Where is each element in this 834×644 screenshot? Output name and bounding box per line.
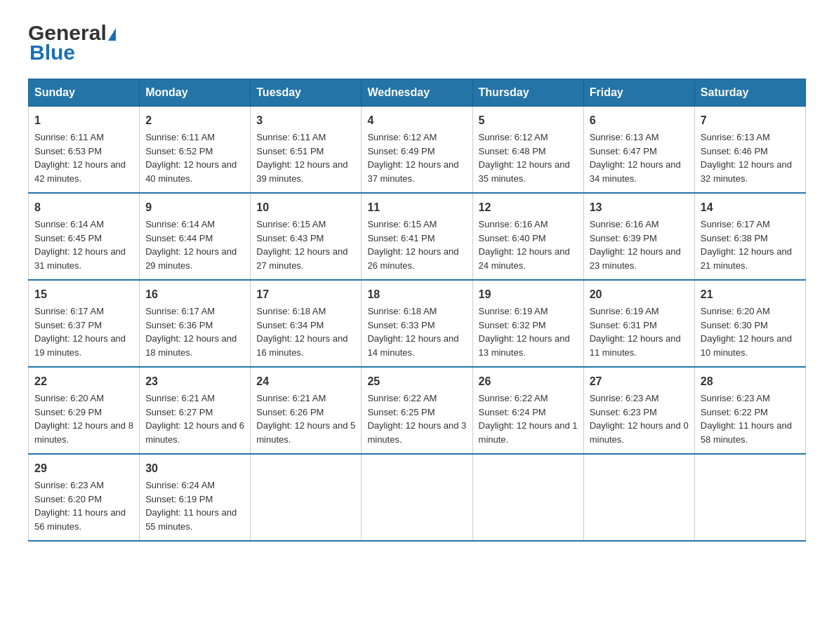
day-number: 19 (479, 286, 578, 303)
cell-info: Sunrise: 6:14 AMSunset: 6:44 PMDaylight:… (145, 219, 237, 271)
day-number: 27 (590, 373, 689, 390)
cell-info: Sunrise: 6:19 AMSunset: 6:31 PMDaylight:… (590, 306, 681, 358)
calendar-cell: 6Sunrise: 6:13 AMSunset: 6:47 PMDaylight… (583, 107, 694, 194)
day-number: 7 (701, 112, 800, 129)
cell-info: Sunrise: 6:24 AMSunset: 6:19 PMDaylight:… (145, 480, 237, 532)
calendar-cell: 25Sunrise: 6:22 AMSunset: 6:25 PMDayligh… (362, 367, 472, 454)
day-number: 6 (590, 112, 689, 129)
calendar-week-1: 1Sunrise: 6:11 AMSunset: 6:53 PMDaylight… (29, 107, 806, 194)
calendar-cell: 30Sunrise: 6:24 AMSunset: 6:19 PMDayligh… (140, 454, 251, 541)
header-thursday: Thursday (472, 79, 583, 107)
day-number: 22 (34, 373, 133, 390)
page-header: General Blue (28, 21, 806, 65)
calendar-cell: 16Sunrise: 6:17 AMSunset: 6:36 PMDayligh… (140, 280, 251, 367)
day-number: 12 (479, 199, 578, 216)
header-wednesday: Wednesday (362, 79, 472, 107)
day-number: 3 (256, 112, 355, 129)
cell-info: Sunrise: 6:21 AMSunset: 6:26 PMDaylight:… (256, 393, 355, 445)
calendar-cell (694, 454, 805, 541)
cell-info: Sunrise: 6:19 AMSunset: 6:32 PMDaylight:… (479, 306, 570, 358)
logo-blue-text: Blue (28, 41, 75, 65)
day-number: 2 (145, 112, 244, 129)
header-tuesday: Tuesday (251, 79, 362, 107)
cell-info: Sunrise: 6:13 AMSunset: 6:47 PMDaylight:… (590, 132, 681, 184)
calendar-cell: 8Sunrise: 6:14 AMSunset: 6:45 PMDaylight… (29, 193, 140, 280)
cell-info: Sunrise: 6:17 AMSunset: 6:36 PMDaylight:… (145, 306, 237, 358)
cell-info: Sunrise: 6:17 AMSunset: 6:38 PMDaylight:… (701, 219, 792, 271)
calendar-cell: 26Sunrise: 6:22 AMSunset: 6:24 PMDayligh… (472, 367, 583, 454)
day-number: 13 (590, 199, 689, 216)
calendar-cell: 4Sunrise: 6:12 AMSunset: 6:49 PMDaylight… (362, 107, 472, 194)
calendar-cell: 27Sunrise: 6:23 AMSunset: 6:23 PMDayligh… (583, 367, 694, 454)
day-number: 17 (256, 286, 355, 303)
calendar-week-3: 15Sunrise: 6:17 AMSunset: 6:37 PMDayligh… (29, 280, 806, 367)
calendar-cell: 7Sunrise: 6:13 AMSunset: 6:46 PMDaylight… (694, 107, 805, 194)
cell-info: Sunrise: 6:11 AMSunset: 6:53 PMDaylight:… (34, 132, 126, 184)
calendar-cell: 2Sunrise: 6:11 AMSunset: 6:52 PMDaylight… (140, 107, 251, 194)
calendar-table: SundayMondayTuesdayWednesdayThursdayFrid… (28, 79, 806, 542)
cell-info: Sunrise: 6:12 AMSunset: 6:48 PMDaylight:… (479, 132, 570, 184)
calendar-cell: 12Sunrise: 6:16 AMSunset: 6:40 PMDayligh… (472, 193, 583, 280)
calendar-cell (251, 454, 362, 541)
calendar-cell: 10Sunrise: 6:15 AMSunset: 6:43 PMDayligh… (251, 193, 362, 280)
cell-info: Sunrise: 6:23 AMSunset: 6:22 PMDaylight:… (701, 393, 792, 445)
calendar-cell: 14Sunrise: 6:17 AMSunset: 6:38 PMDayligh… (694, 193, 805, 280)
cell-info: Sunrise: 6:15 AMSunset: 6:41 PMDaylight:… (367, 219, 458, 271)
day-number: 8 (34, 199, 133, 216)
calendar-cell: 15Sunrise: 6:17 AMSunset: 6:37 PMDayligh… (29, 280, 140, 367)
cell-info: Sunrise: 6:16 AMSunset: 6:39 PMDaylight:… (590, 219, 681, 271)
calendar-cell: 21Sunrise: 6:20 AMSunset: 6:30 PMDayligh… (694, 280, 805, 367)
calendar-header-row: SundayMondayTuesdayWednesdayThursdayFrid… (29, 79, 806, 107)
day-number: 14 (701, 199, 800, 216)
day-number: 4 (367, 112, 466, 129)
calendar-cell: 29Sunrise: 6:23 AMSunset: 6:20 PMDayligh… (29, 454, 140, 541)
calendar-week-2: 8Sunrise: 6:14 AMSunset: 6:45 PMDaylight… (29, 193, 806, 280)
day-number: 10 (256, 199, 355, 216)
day-number: 9 (145, 199, 244, 216)
cell-info: Sunrise: 6:15 AMSunset: 6:43 PMDaylight:… (256, 219, 348, 271)
day-number: 20 (590, 286, 689, 303)
day-number: 18 (367, 286, 466, 303)
cell-info: Sunrise: 6:22 AMSunset: 6:24 PMDaylight:… (479, 393, 578, 445)
logo-triangle (108, 28, 116, 41)
calendar-cell: 19Sunrise: 6:19 AMSunset: 6:32 PMDayligh… (472, 280, 583, 367)
cell-info: Sunrise: 6:18 AMSunset: 6:33 PMDaylight:… (367, 306, 458, 358)
day-number: 25 (367, 373, 466, 390)
header-sunday: Sunday (29, 79, 140, 107)
cell-info: Sunrise: 6:11 AMSunset: 6:51 PMDaylight:… (256, 132, 348, 184)
calendar-cell (472, 454, 583, 541)
cell-info: Sunrise: 6:20 AMSunset: 6:30 PMDaylight:… (701, 306, 792, 358)
day-number: 16 (145, 286, 244, 303)
cell-info: Sunrise: 6:16 AMSunset: 6:40 PMDaylight:… (479, 219, 570, 271)
day-number: 26 (479, 373, 578, 390)
cell-info: Sunrise: 6:11 AMSunset: 6:52 PMDaylight:… (145, 132, 237, 184)
header-monday: Monday (140, 79, 251, 107)
calendar-week-5: 29Sunrise: 6:23 AMSunset: 6:20 PMDayligh… (29, 454, 806, 541)
calendar-cell: 24Sunrise: 6:21 AMSunset: 6:26 PMDayligh… (251, 367, 362, 454)
cell-info: Sunrise: 6:18 AMSunset: 6:34 PMDaylight:… (256, 306, 348, 358)
calendar-week-4: 22Sunrise: 6:20 AMSunset: 6:29 PMDayligh… (29, 367, 806, 454)
cell-info: Sunrise: 6:12 AMSunset: 6:49 PMDaylight:… (367, 132, 458, 184)
day-number: 24 (256, 373, 355, 390)
calendar-cell: 23Sunrise: 6:21 AMSunset: 6:27 PMDayligh… (140, 367, 251, 454)
calendar-cell: 1Sunrise: 6:11 AMSunset: 6:53 PMDaylight… (29, 107, 140, 194)
day-number: 28 (701, 373, 800, 390)
calendar-cell (583, 454, 694, 541)
day-number: 21 (701, 286, 800, 303)
calendar-cell: 13Sunrise: 6:16 AMSunset: 6:39 PMDayligh… (583, 193, 694, 280)
calendar-cell: 11Sunrise: 6:15 AMSunset: 6:41 PMDayligh… (362, 193, 472, 280)
day-number: 5 (479, 112, 578, 129)
day-number: 15 (34, 286, 133, 303)
calendar-cell: 9Sunrise: 6:14 AMSunset: 6:44 PMDaylight… (140, 193, 251, 280)
day-number: 1 (34, 112, 133, 129)
day-number: 30 (145, 460, 244, 477)
cell-info: Sunrise: 6:14 AMSunset: 6:45 PMDaylight:… (34, 219, 126, 271)
calendar-cell: 3Sunrise: 6:11 AMSunset: 6:51 PMDaylight… (251, 107, 362, 194)
day-number: 23 (145, 373, 244, 390)
day-number: 29 (34, 460, 133, 477)
cell-info: Sunrise: 6:23 AMSunset: 6:20 PMDaylight:… (34, 480, 126, 532)
calendar-cell: 28Sunrise: 6:23 AMSunset: 6:22 PMDayligh… (694, 367, 805, 454)
cell-info: Sunrise: 6:20 AMSunset: 6:29 PMDaylight:… (34, 393, 133, 445)
logo: General Blue (28, 21, 116, 65)
calendar-cell (362, 454, 472, 541)
